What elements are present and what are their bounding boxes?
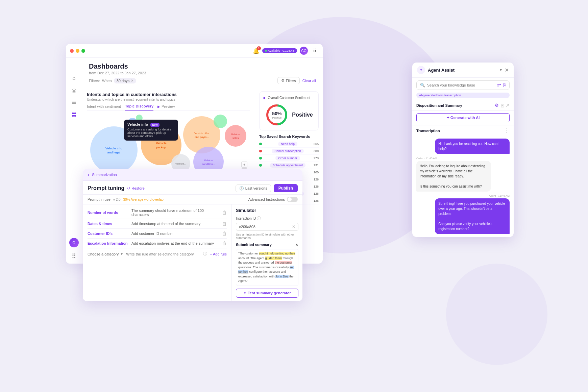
filter-button[interactable]: ⚙ Filters [277,77,300,84]
interaction-info-icon[interactable]: ⓘ [257,216,261,221]
clock-icon: 🕐 [239,186,244,191]
keywords-title: Top Saved Search Keywords [259,134,319,139]
restore-button[interactable]: ↺ Restore [127,186,145,191]
bubble-panel-title: Intents and topics in customer interacti… [87,92,250,97]
field-name-escalation: Escalation Information [88,241,128,245]
category-select[interactable]: Choose a category ▼ [88,252,123,256]
keyword-item-1: Need help 665 [259,141,319,148]
test-summary-button[interactable]: ✦ Test summary generator [236,289,298,298]
submitted-chevron-icon[interactable]: ∧ [295,242,298,247]
sidebar-item-dashboard[interactable] [69,109,79,120]
keyword-tag-1[interactable]: Need help [278,142,297,146]
restore-label: Restore [131,186,145,190]
svg-rect-0 [72,101,76,101]
highlight-name: John Doe [275,275,289,278]
filter-left: Filters: When 30 days ✕ [89,78,136,83]
highlight-customer: the customer [275,261,292,264]
date-range: from Dec 27, 2022 to Jan 27, 2023 [89,71,316,75]
agent-close-button[interactable]: ✕ [505,67,509,73]
svg-rect-1 [72,102,76,103]
field-delete-dates[interactable]: 🗑 [222,221,227,226]
grid-icon[interactable]: ⠿ [311,47,319,55]
knowledge-search-input[interactable] [427,83,495,87]
submitted-summary-label: Submitted summary [236,243,272,247]
sim-clear-button[interactable]: ✕ [292,224,295,229]
sidebar-item-search[interactable]: ◎ [69,85,79,96]
svg-text:Vehicle: Vehicle [231,133,240,136]
keyword-tag-4[interactable]: Schedule appointment [270,163,306,168]
traffic-light-green[interactable] [81,49,85,53]
status-badge: Available 01:25:43 [262,48,297,53]
add-rule-button[interactable]: + Add rule [210,252,227,256]
advanced-toggle-switch[interactable] [287,197,298,202]
sidebar-item-lists[interactable] [69,97,79,108]
sentiment-value: Positive [292,112,313,118]
sidebar-dots[interactable]: ⠿ [69,251,79,261]
sim-note: Use an Interaction ID to simulate with o… [236,233,298,240]
agent-search-bar[interactable]: 🔍 ⇄ ⎘ [416,80,510,90]
restore-icon: ↺ [127,186,130,191]
notification-badge[interactable]: 🔔 1 [253,48,260,54]
back-button[interactable]: ‹ [88,172,89,178]
filter-chip-close[interactable]: ✕ [131,79,133,82]
filter-icon: ⚙ [281,78,285,83]
field-delete-customer[interactable]: 🗑 [222,231,227,236]
ai-generated-badge: AI-generated from transcription [416,93,510,98]
gear-icon[interactable]: ⚙ [495,103,499,108]
field-value-words: The summary should have maximum of 100 c… [131,209,219,217]
field-value-escalation: Add escalation motives at the end of the… [131,241,219,245]
last-versions-button[interactable]: 🕐 Last versions [236,185,271,192]
external-link-icon[interactable]: ↗ [506,103,510,108]
agent-dropdown-icon[interactable]: ▾ [500,68,502,72]
highlight-setup: set up their [238,266,294,274]
search-actions: ⇄ ⎘ [497,82,506,88]
user-avatar[interactable]: GO [300,47,308,55]
tab-topic-discovery[interactable]: Topic Discovery [125,104,153,111]
prompt-title-group: Prompt tuning ↺ Restore [88,185,145,191]
transcription-label: Transcription [416,129,440,133]
generate-ai-button[interactable]: ✦ Generate with AI [416,113,510,122]
filter-chip-days[interactable]: 30 days ✕ [114,78,137,83]
tab-preview[interactable]: ▶ Preview [157,104,175,110]
filter-bar: Filters: When 30 days ✕ ⚙ Filters Clear … [89,77,316,84]
tab-intent-sentiment[interactable]: Intent with sentiment [87,104,121,110]
word-overlap: 30% Average word overlap [123,198,164,201]
bubble-vehicle-sales[interactable] [225,125,246,147]
traffic-light-red[interactable] [70,49,74,53]
keyword-count-5: 200 [314,171,319,174]
clear-all-button[interactable]: Clear all [302,79,316,83]
zoom-in-button[interactable]: + [241,162,247,168]
field-value-dates: Add timestamp at the end of the summary [131,222,219,226]
svg-text:Vehicle: Vehicle [204,159,213,162]
highlight-guided: guided them [265,256,282,260]
search-transfer-icon[interactable]: ⇄ [497,82,501,88]
keyword-sentiment-1 [259,143,262,145]
info-icon[interactable]: ⓘ [203,251,207,257]
highlight-help: sought help setting up their [259,252,295,255]
bubble-green-small[interactable] [214,115,227,128]
category-input[interactable] [126,252,200,256]
more-options-button[interactable]: ⋮ [504,127,510,134]
search-copy-icon[interactable]: ⎘ [503,82,506,88]
publish-button[interactable]: Publish [274,184,298,192]
sidebar-user-avatar[interactable]: G [69,238,79,247]
interaction-id-input[interactable]: e209a808 ✕ [236,223,298,231]
svg-rect-4 [74,113,76,114]
sidebar: ⌂ ◎ G ⠿ [66,70,82,264]
copy-button[interactable]: ⎘ [501,103,504,108]
field-delete-escalation[interactable]: 🗑 [222,241,227,246]
keyword-tag-2[interactable]: Cancel subscription [272,149,304,153]
title-actions: 🕐 Last versions Publish [236,184,298,192]
prompt-panel: ‹ Summarization Prompt tuning ↺ Restore … [83,169,302,301]
test-label: Test summary generator [248,291,291,295]
traffic-light-yellow[interactable] [76,49,79,53]
background-circle-small [446,264,547,365]
sentiment-label: Overall Customer Sentiment [268,96,310,100]
keyword-tag-3[interactable]: Order number [275,156,300,161]
gauge-sub: Positive [272,116,281,119]
keyword-sentiment-3 [259,157,262,160]
prompt-title-row: Prompt tuning ↺ Restore 🕐 Last versions … [83,181,302,195]
agent-icon: ✦ [417,66,425,74]
sidebar-item-home[interactable]: ⌂ [69,73,79,83]
field-delete-words[interactable]: 🗑 [222,210,227,215]
